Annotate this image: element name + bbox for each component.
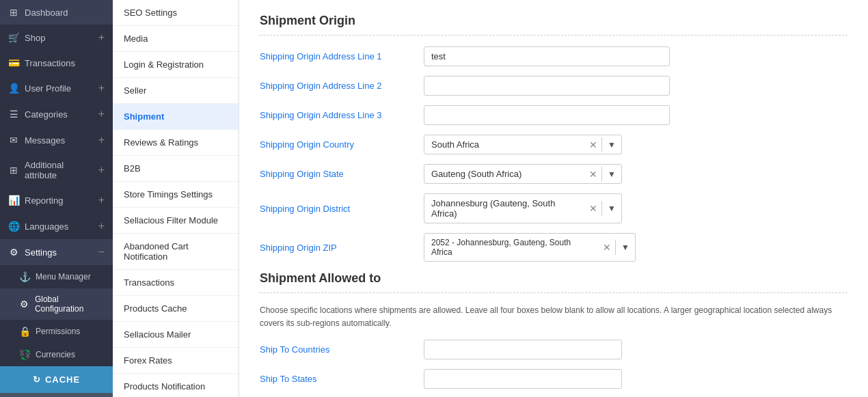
messages-expand-icon: + [98,134,105,146]
shop-expand-icon: + [98,31,105,44]
middle-nav-item-seo[interactable]: SEO Settings [113,0,239,26]
address-line-1-input[interactable] [424,46,670,66]
categories-expand-icon: + [98,108,105,120]
address-line-1-row: Shipping Origin Address Line 1 [260,46,847,66]
settings-collapse-icon: − [98,246,105,258]
sidebar-item-additional-attribute[interactable]: ⊞ Additional attribute + [0,153,113,187]
state-value: Gauteng (South Africa) [424,165,585,183]
middle-nav-item-products-notification[interactable]: Products Notification [113,374,239,397]
cache-refresh-icon: ↻ [33,374,41,385]
country-arrow-icon[interactable]: ▼ [601,137,621,152]
address-line-2-input-wrapper [424,76,670,96]
middle-nav: SEO Settings Media Login & Registration … [113,0,239,397]
ship-countries-input[interactable] [424,340,622,359]
ship-states-label: Ship To States [260,374,424,384]
middle-nav-item-media[interactable]: Media [113,26,239,52]
shop-icon: 🛒 [8,32,19,43]
sidebar-item-messages[interactable]: ✉ Messages + [0,127,113,153]
middle-nav-item-abandoned-cart[interactable]: Abandoned Cart Notification [113,234,239,270]
sidebar-item-dashboard[interactable]: ⊞ Dashboard [0,0,113,25]
additional-attribute-icon: ⊞ [8,165,19,176]
dashboard-icon: ⊞ [8,7,19,18]
state-arrow-icon[interactable]: ▼ [601,167,621,182]
messages-icon: ✉ [8,135,19,146]
cache-button[interactable]: ↻ CACHE [0,366,113,393]
sidebar-sub-item-currencies[interactable]: 💱 Currencies [0,343,113,366]
reporting-icon: 📊 [8,195,19,206]
sidebar-sub-item-permissions[interactable]: 🔒 Permissions [0,320,113,343]
middle-nav-item-login[interactable]: Login & Registration [113,52,239,78]
country-value: South Africa [424,135,585,154]
categories-icon: ☰ [8,109,19,120]
address-line-3-label: Shipping Origin Address Line 3 [260,110,424,120]
permissions-icon: 🔒 [19,326,30,337]
sidebar-item-reporting[interactable]: 📊 Reporting + [0,187,113,213]
country-label: Shipping Origin Country [260,139,424,150]
global-configuration-icon: ⚙ [19,299,29,310]
address-line-2-row: Shipping Origin Address Line 2 [260,76,847,96]
left-sidebar: ⊞ Dashboard 🛒 Shop + 💳 Transactions 👤 Us… [0,0,113,397]
settings-icon: ⚙ [8,247,19,258]
languages-expand-icon: + [98,220,105,232]
user-profile-expand-icon: + [98,82,105,94]
sidebar-item-settings[interactable]: ⚙ Settings − [0,239,113,265]
sidebar-item-languages[interactable]: 🌐 Languages + [0,213,113,239]
transactions-icon: 💳 [8,57,19,68]
main-content: Shipment Origin Shipping Origin Address … [239,0,868,397]
country-clear-icon[interactable]: ✕ [585,137,601,153]
district-clear-icon[interactable]: ✕ [585,200,601,217]
state-clear-icon[interactable]: ✕ [585,166,601,182]
additional-attribute-expand-icon: + [98,164,105,176]
district-value: Johannesburg (Gauteng, South Africa) [424,194,585,223]
ship-countries-label: Ship To Countries [260,344,424,355]
address-line-3-input[interactable] [424,105,670,125]
state-row: Shipping Origin State Gauteng (South Afr… [260,164,847,184]
state-select[interactable]: Gauteng (South Africa) ✕ ▼ [424,164,622,184]
user-profile-icon: 👤 [8,83,19,94]
shipment-allowed-desc: Choose specific locations where shipment… [260,304,847,330]
autofix-button[interactable]: 🔧 AUTO FIX [0,393,113,397]
address-line-3-input-wrapper [424,105,670,125]
middle-nav-item-shipment[interactable]: Shipment [113,104,239,130]
shipment-origin-title: Shipment Origin [260,14,847,36]
address-line-1-label: Shipping Origin Address Line 1 [260,51,424,61]
sidebar-item-shop[interactable]: 🛒 Shop + [0,25,113,51]
zip-select[interactable]: 2052 - Johannesburg, Gauteng, South Afri… [424,233,636,262]
middle-nav-item-transactions[interactable]: Transactions [113,270,239,296]
languages-icon: 🌐 [8,221,19,232]
district-select[interactable]: Johannesburg (Gauteng, South Africa) ✕ ▼ [424,193,622,223]
middle-nav-item-store-timings[interactable]: Store Timings Settings [113,182,239,208]
ship-countries-row: Ship To Countries [260,340,847,359]
address-line-2-input[interactable] [424,76,670,96]
sidebar-sub-item-global-configuration[interactable]: ⚙ Global Configuration [0,288,113,320]
middle-nav-item-reviews[interactable]: Reviews & Ratings [113,130,239,156]
address-line-1-input-wrapper [424,46,670,66]
district-arrow-icon[interactable]: ▼ [601,201,621,216]
middle-nav-item-forex[interactable]: Forex Rates [113,348,239,374]
country-row: Shipping Origin Country South Africa ✕ ▼ [260,135,847,154]
ship-states-row: Ship To States [260,369,847,389]
middle-nav-item-products-cache[interactable]: Products Cache [113,296,239,322]
sidebar-item-transactions[interactable]: 💳 Transactions [0,51,113,75]
middle-nav-item-b2b[interactable]: B2B [113,156,239,182]
menu-manager-icon: ⚓ [19,271,30,282]
sidebar-item-user-profile[interactable]: 👤 User Profile + [0,75,113,101]
zip-row: Shipping Origin ZIP 2052 - Johannesburg,… [260,233,847,262]
district-label: Shipping Origin District [260,204,424,214]
state-label: Shipping Origin State [260,169,424,179]
zip-label: Shipping Origin ZIP [260,243,424,253]
district-row: Shipping Origin District Johannesburg (G… [260,193,847,223]
sidebar-item-categories[interactable]: ☰ Categories + [0,101,113,127]
address-line-3-row: Shipping Origin Address Line 3 [260,105,847,125]
middle-nav-item-sellacious-mailer[interactable]: Sellacious Mailer [113,322,239,348]
middle-nav-item-seller[interactable]: Seller [113,78,239,104]
reporting-expand-icon: + [98,194,105,206]
ship-states-input[interactable] [424,369,622,389]
shipment-allowed-title: Shipment Allowed to [260,271,847,293]
zip-value: 2052 - Johannesburg, Gauteng, South Afri… [424,234,599,261]
sidebar-sub-item-menu-manager[interactable]: ⚓ Menu Manager [0,265,113,288]
middle-nav-item-sellacious-filter[interactable]: Sellacious Filter Module [113,208,239,234]
zip-clear-icon[interactable]: ✕ [599,239,615,256]
country-select[interactable]: South Africa ✕ ▼ [424,135,622,154]
zip-arrow-icon[interactable]: ▼ [615,240,635,255]
